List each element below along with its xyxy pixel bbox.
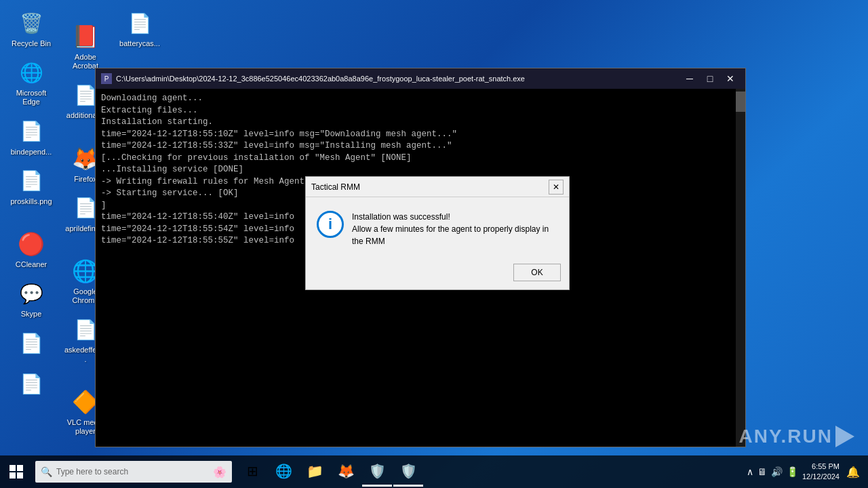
tactical-rmm-active-button[interactable]: 🛡️: [393, 457, 423, 487]
info-icon: i: [317, 211, 344, 238]
taskbar-search-bar[interactable]: 🔍 Type here to search 🌸: [35, 461, 232, 483]
desktop-icon-ccleaner[interactable]: 🔴 CCleaner: [7, 228, 56, 272]
terminal-title-section: P C:\Users\admin\Desktop\2024-12-12_3c88…: [101, 73, 525, 84]
modal-footer: OK: [306, 258, 569, 289]
terminal-titlebar: P C:\Users\admin\Desktop\2024-12-12_3c88…: [96, 68, 745, 89]
firefox-taskbar-icon: 🦊: [338, 463, 355, 479]
ccleaner-label: CCleaner: [16, 260, 47, 269]
recycle-bin-icon: 🗑️: [18, 9, 45, 37]
modal-message: Installation was successful! Allow a few…: [352, 211, 558, 247]
file-explorer-icon: 📁: [307, 463, 323, 479]
terminal-title: C:\Users\admin\Desktop\2024-12-12_3c886e…: [116, 75, 525, 83]
terminal-line-7: ...Installing service [DONE]: [101, 164, 740, 176]
rmm-icon: 🛡️: [400, 463, 417, 479]
notification-icon: 🔔: [846, 466, 860, 479]
firefox-label: Firefox: [74, 175, 97, 184]
desktop-icon-battery[interactable]: 📄 batterycas...: [115, 7, 164, 51]
skype-label: Skype: [21, 310, 42, 319]
taskbar-center: ⊞ 🌐 📁 🦊 🛡️ 🛡️: [237, 457, 423, 487]
proskills-icon: 📄: [18, 167, 45, 195]
terminal-line-2: Extracting files...: [101, 105, 740, 117]
modal-close-button[interactable]: ✕: [549, 180, 564, 195]
terminal-line-4: time="2024-12-12T18:55:10Z" level=info m…: [101, 129, 740, 141]
doc2-icon: 📄: [18, 370, 45, 397]
terminal-maximize-button[interactable]: □: [701, 71, 719, 86]
desktop-icon-adobe[interactable]: 📕 Adobe Acrobat: [61, 20, 110, 73]
battery-label: batterycas...: [119, 39, 160, 48]
desktop-icon-proskills[interactable]: 📄 proskills.png: [7, 165, 56, 209]
ok-button[interactable]: OK: [513, 264, 561, 281]
clock-date: 12/12/2024: [802, 472, 840, 482]
skype-icon: 💬: [18, 280, 45, 307]
modal-titlebar: Tactical RMM ✕: [306, 177, 569, 197]
terminal-line-1: Downloading agent...: [101, 93, 740, 105]
firefox-taskbar-button[interactable]: 🦊: [331, 457, 361, 487]
modal-message-line1: Installation was successful!: [352, 211, 558, 223]
notification-button[interactable]: 🔔: [844, 462, 863, 481]
desktop-icon-recycle-bin[interactable]: 🗑️ Recycle Bin: [7, 7, 56, 51]
taskbar: 🔍 Type here to search 🌸 ⊞ 🌐 📁 🦊 🛡️ 🛡️: [0, 455, 868, 488]
desktop-icon-doc1[interactable]: 📄: [7, 327, 56, 362]
system-clock[interactable]: 6:55 PM 12/12/2024: [802, 462, 840, 483]
windows-logo-icon: [9, 465, 23, 479]
modal-title: Tactical RMM: [311, 182, 360, 192]
anyrun-arrow-icon: [835, 426, 854, 447]
terminal-line-3: Installation starting.: [101, 117, 740, 129]
terminal-line-5: time="2024-12-12T18:55:33Z" level=info m…: [101, 140, 740, 152]
edge-label: Microsoft Edge: [9, 89, 53, 106]
file-explorer-button[interactable]: 📁: [300, 457, 330, 487]
desktop-icon-edge[interactable]: 🌐 Microsoft Edge: [7, 56, 56, 109]
lotus-icon: 🌸: [213, 466, 226, 479]
task-view-icon: ⊞: [247, 463, 258, 479]
terminal-scrollbar[interactable]: [736, 89, 745, 447]
system-tray-icons: ∧ 🖥 🔊 🔋: [747, 466, 798, 477]
tactical-rmm-shield-button[interactable]: 🛡️: [362, 457, 392, 487]
terminal-close-button[interactable]: ✕: [721, 71, 740, 86]
terminal-app-icon: P: [101, 73, 112, 84]
anyrun-text: ANY.RUN: [739, 426, 833, 447]
speaker-icon: 🔊: [771, 466, 783, 477]
up-arrow-icon[interactable]: ∧: [747, 466, 753, 477]
terminal-minimize-button[interactable]: ─: [680, 71, 699, 86]
search-placeholder-text: Type here to search: [56, 467, 209, 476]
recycle-bin-label: Recycle Bin: [12, 39, 51, 48]
doc1-icon: 📄: [18, 329, 45, 357]
edge-icon: 🌐: [18, 59, 45, 86]
terminal-scrollbar-thumb: [736, 92, 745, 112]
bindepend-icon: 📄: [18, 118, 45, 145]
edge-taskbar-icon: 🌐: [275, 463, 292, 479]
desktop-icon-skype[interactable]: 💬 Skype: [7, 277, 56, 321]
proskills-label: proskills.png: [10, 197, 52, 206]
ccleaner-icon: 🔴: [18, 230, 45, 258]
search-icon: 🔍: [41, 466, 52, 477]
desktop: 🗑️ Recycle Bin 🌐 Microsoft Edge 📄 bindep…: [0, 0, 868, 488]
network-icon: 🖥: [757, 466, 767, 477]
modal-content-row: i Installation was successful! Allow a f…: [317, 211, 558, 247]
battery-tray-icon: 🔋: [787, 466, 798, 477]
clock-time: 6:55 PM: [802, 462, 840, 472]
modal-body: i Installation was successful! Allow a f…: [306, 197, 569, 258]
taskbar-right: ∧ 🖥 🔊 🔋 6:55 PM 12/12/2024 🔔: [747, 462, 868, 483]
bindepend-label: bindepend...: [11, 148, 52, 157]
edge-taskbar-button[interactable]: 🌐: [269, 457, 298, 487]
desktop-icons: 🗑️ Recycle Bin 🌐 Microsoft Edge 📄 bindep…: [0, 0, 108, 455]
adobe-icon: 📕: [72, 23, 99, 50]
modal-message-line2: Allow a few minutes for the agent to pro…: [352, 223, 558, 247]
modal-dialog: Tactical RMM ✕ i Installation was succes…: [305, 176, 570, 290]
desktop-icon-bindepend[interactable]: 📄 bindepend...: [7, 115, 56, 159]
start-button[interactable]: [0, 455, 33, 488]
task-view-button[interactable]: ⊞: [237, 457, 267, 487]
anyrun-watermark: ANY.RUN: [739, 426, 854, 447]
desktop-icon-doc2[interactable]: 📄: [7, 367, 56, 403]
terminal-line-6: [...Checking for previous installation o…: [101, 152, 740, 165]
terminal-controls: ─ □ ✕: [680, 71, 740, 86]
battery-icon: 📄: [126, 9, 153, 37]
shield-icon: 🛡️: [369, 463, 386, 479]
